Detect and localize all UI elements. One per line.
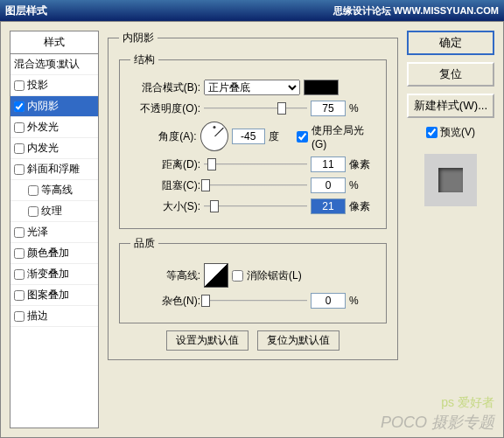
distance-value[interactable]: 11 — [311, 156, 346, 172]
distance-label: 距离(D): — [130, 157, 200, 172]
style-label: 投影 — [27, 78, 48, 93]
main-panel: 样式 混合选项:默认 投影内阴影外发光内发光斜面和浮雕等高线纹理光泽颜色叠加渐变… — [0, 21, 504, 438]
reset-button[interactable]: 复位 — [407, 62, 494, 87]
style-label: 斜面和浮雕 — [27, 162, 80, 177]
style-label: 图案叠加 — [27, 288, 69, 302]
blend-options[interactable]: 混合选项:默认 — [10, 54, 98, 75]
blend-mode-select[interactable]: 正片叠底 — [204, 80, 300, 95]
angle-value[interactable]: -45 — [232, 129, 265, 144]
style-checkbox[interactable] — [14, 101, 24, 112]
angle-label: 角度(A): — [130, 129, 197, 144]
antialias-checkbox[interactable] — [232, 270, 243, 282]
choke-slider[interactable] — [204, 177, 307, 193]
style-label: 外发光 — [27, 120, 59, 135]
size-value[interactable]: 21 — [311, 198, 346, 214]
style-item-10[interactable]: 图案叠加 — [10, 285, 98, 306]
title-bar: 图层样式 思缘设计论坛 WWW.MISSYUAN.COM — [0, 0, 504, 21]
style-item-9[interactable]: 渐变叠加 — [10, 264, 98, 285]
antialias-label: 消除锯齿(L) — [247, 268, 302, 283]
style-checkbox[interactable] — [28, 185, 38, 196]
styles-list: 样式 混合选项:默认 投影内阴影外发光内发光斜面和浮雕等高线纹理光泽颜色叠加渐变… — [10, 31, 99, 428]
opacity-slider[interactable] — [204, 101, 307, 116]
styles-header: 样式 — [10, 31, 98, 54]
global-light-checkbox[interactable] — [297, 131, 308, 143]
title-right: 思缘设计论坛 WWW.MISSYUAN.COM — [333, 0, 499, 21]
style-item-7[interactable]: 光泽 — [10, 222, 98, 243]
title: 图层样式 — [5, 0, 47, 21]
new-style-button[interactable]: 新建样式(W)... — [407, 94, 494, 118]
choke-label: 阻塞(C): — [130, 178, 200, 193]
style-checkbox[interactable] — [14, 164, 24, 175]
size-slider[interactable] — [204, 198, 307, 214]
noise-value[interactable]: 0 — [311, 293, 346, 309]
size-label: 大小(S): — [130, 199, 200, 214]
style-label: 描边 — [27, 309, 48, 323]
opacity-value[interactable]: 75 — [311, 101, 346, 116]
reset-default-button[interactable]: 复位为默认值 — [257, 330, 340, 351]
make-default-button[interactable]: 设置为默认值 — [166, 330, 248, 351]
angle-dial[interactable] — [200, 122, 228, 151]
style-label: 内阴影 — [27, 99, 59, 114]
quality-fieldset: 品质 等高线: 消除锯齿(L) 杂色(N): 0 % — [119, 236, 387, 323]
ok-button[interactable]: 确定 — [407, 31, 494, 55]
style-checkbox[interactable] — [14, 143, 24, 154]
style-checkbox[interactable] — [14, 122, 24, 133]
style-checkbox[interactable] — [14, 290, 24, 301]
style-label: 颜色叠加 — [27, 246, 69, 261]
style-label: 等高线 — [41, 183, 73, 198]
style-checkbox[interactable] — [14, 80, 24, 91]
inner-shadow-fieldset: 内阴影 结构 混合模式(B): 正片叠底 不透明度(O): 75 % 角度(A)… — [108, 31, 398, 360]
preview-inner — [438, 168, 463, 192]
blend-mode-label: 混合模式(B): — [130, 80, 200, 95]
style-item-6[interactable]: 纹理 — [10, 201, 98, 222]
opacity-label: 不透明度(O): — [130, 101, 200, 116]
noise-label: 杂色(N): — [130, 294, 200, 309]
preview-checkbox[interactable] — [426, 127, 438, 138]
style-item-4[interactable]: 斜面和浮雕 — [10, 159, 98, 180]
panel-title: 内阴影 — [119, 31, 158, 45]
preview-swatch — [424, 154, 477, 206]
contour-label: 等高线: — [130, 268, 200, 283]
style-item-3[interactable]: 内发光 — [10, 138, 98, 159]
style-item-11[interactable]: 描边 — [10, 306, 98, 327]
style-item-8[interactable]: 颜色叠加 — [10, 243, 98, 264]
style-checkbox[interactable] — [14, 227, 24, 238]
settings-panel: 内阴影 结构 混合模式(B): 正片叠底 不透明度(O): 75 % 角度(A)… — [108, 31, 398, 428]
right-panel: 确定 复位 新建样式(W)... 预览(V) — [407, 31, 494, 428]
style-item-1[interactable]: 内阴影 — [10, 96, 98, 117]
style-label: 光泽 — [27, 225, 48, 240]
shadow-color-swatch[interactable] — [304, 80, 339, 95]
style-checkbox[interactable] — [14, 311, 24, 322]
style-checkbox[interactable] — [14, 248, 24, 259]
global-light-label: 使用全局光(G) — [312, 123, 375, 150]
style-item-2[interactable]: 外发光 — [10, 117, 98, 138]
style-label: 内发光 — [27, 141, 59, 156]
style-item-5[interactable]: 等高线 — [10, 180, 98, 201]
style-checkbox[interactable] — [28, 206, 38, 217]
noise-slider[interactable] — [204, 293, 307, 309]
distance-slider[interactable] — [204, 156, 307, 172]
structure-fieldset: 结构 混合模式(B): 正片叠底 不透明度(O): 75 % 角度(A): -4… — [119, 52, 387, 229]
preview-label: 预览(V) — [440, 125, 475, 140]
choke-value[interactable]: 0 — [311, 177, 346, 193]
style-label: 渐变叠加 — [27, 267, 69, 282]
contour-picker[interactable] — [204, 263, 228, 288]
style-checkbox[interactable] — [14, 269, 24, 280]
style-label: 纹理 — [41, 204, 62, 219]
style-item-0[interactable]: 投影 — [10, 75, 98, 96]
